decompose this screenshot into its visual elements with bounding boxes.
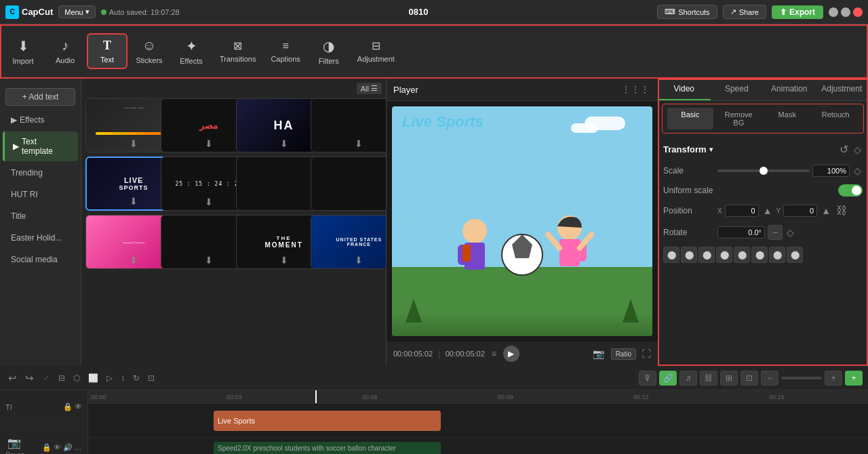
sidebar-item-easter[interactable]: Easter Holid... [3,228,78,248]
diamond-button[interactable]: ◇ [852,143,863,157]
player-menu-button[interactable]: ⋮⋮⋮ [620,83,651,96]
rotate-button[interactable]: ↻ [130,372,142,384]
x-stepper-up[interactable]: ▲ [762,204,774,218]
text-clip[interactable]: Live Sports [214,411,441,431]
toolbar-import[interactable]: ⬇ Import [3,34,43,69]
minimize-button[interactable] [829,7,838,17]
tab-adjustment[interactable]: Adjustment [816,79,869,100]
align-left[interactable]: ⬤ [663,247,679,263]
fullscreen-button[interactable]: ⛶ [642,348,651,359]
picture-in-picture[interactable]: ⊡ [741,371,758,386]
uniform-scale-toggle[interactable] [838,184,863,197]
music-button[interactable]: ♬ [679,371,697,386]
sidebar-item-title[interactable]: Title [3,206,78,226]
screenshot-button[interactable]: 📷 [591,347,606,360]
sidebar-item-social[interactable]: Social media [3,249,78,270]
scale-input[interactable] [812,165,850,177]
maximize-button[interactable] [841,7,850,17]
y-stepper-up[interactable]: ▲ [820,204,832,218]
flip-button[interactable]: ↕ [118,372,127,384]
eye-icon-v[interactable]: 👁 [54,443,61,452]
y-input[interactable] [783,205,817,217]
sub-tab-retouch[interactable]: Retouch [813,108,859,129]
share-button[interactable]: ↗ Share [723,5,766,19]
align-spread-h[interactable]: ⬤ [769,247,785,263]
box-button[interactable]: ⬜ [85,372,101,384]
sidebar-item-effects[interactable]: ▶ Effects [3,110,78,130]
tab-video[interactable]: Video [658,79,711,100]
align-right[interactable]: ⬤ [698,247,715,263]
toolbar-stickers[interactable]: ☺ Stickers [129,34,170,68]
align-center-h[interactable]: ⬤ [681,247,697,263]
x-input[interactable] [725,205,759,217]
crop-button[interactable]: ⊟ [56,372,68,384]
split2-button[interactable]: ⊞ [720,371,738,386]
cover-control: 📷 Cover [5,436,24,454]
rotate-row: Rotate − ◇ [663,225,863,240]
main-toolbar: ⬇ Import ♪ Audio T Text ☺ Stickers ✦ Eff… [0,24,868,79]
align-bottom[interactable]: ⬤ [751,247,768,263]
video-clip[interactable]: Speed2.0X preschool students with soccer… [214,442,441,454]
rotate-input[interactable] [717,226,765,239]
tree-left [406,299,422,323]
all-filter-button[interactable]: All ☰ [357,83,382,94]
mic-button[interactable]: 🎙 [639,371,656,386]
sidebar-item-hut-ri[interactable]: HUT RI [3,184,78,205]
crop2-button[interactable]: ⊡ [145,372,157,384]
playhead[interactable] [315,390,317,403]
scale-slider[interactable] [717,169,810,172]
lock-icon[interactable]: 🔒 [63,403,73,411]
menu-button[interactable]: Menu ▾ [58,5,96,18]
scale-diamond[interactable]: ◇ [852,164,863,178]
redo-button[interactable]: ↪ [22,371,37,386]
toolbar-text[interactable]: T Text [87,33,127,69]
tab-animation[interactable]: Animation [763,79,816,100]
add-text-button[interactable]: + Add text [5,88,75,106]
shortcuts-button[interactable]: ⌨ Shortcuts [657,5,717,19]
add-track-button[interactable]: + [845,371,863,386]
speed-button[interactable]: ▷ [104,372,115,384]
toolbar-transitions[interactable]: ⊠ Transitions [213,35,262,67]
sub-tab-removebg[interactable]: Remove BG [716,108,762,129]
align-top[interactable]: ⬤ [716,247,732,263]
rotate-stepper[interactable]: − [768,225,783,240]
sidebar-item-trending[interactable]: Trending [3,163,78,183]
plus-zoom[interactable]: + [825,371,842,386]
lock-icon-v[interactable]: 🔒 [42,443,52,452]
toolbar-effects[interactable]: ✦ Effects [171,34,212,69]
unlink-button[interactable]: ⛓ [700,371,717,386]
ratio-button[interactable]: Ratio [611,348,636,360]
audio-icon-v[interactable]: 🔊 [63,443,73,452]
sub-tab-mask[interactable]: Mask [764,108,810,129]
export-button[interactable]: ⬆ Export [772,5,823,19]
toolbar-filters[interactable]: ◑ Filters [309,34,349,69]
toolbar-adjustment[interactable]: ⊟ Adjustment [351,35,401,67]
timeline-view-button[interactable]: ≡ [490,348,498,360]
more-icon[interactable]: … [75,443,82,452]
play-button[interactable]: ▶ [503,346,519,362]
eye-icon[interactable]: 👁 [75,403,82,411]
sub-tab-basic[interactable]: Basic [667,108,713,129]
template-card[interactable] [311,157,386,211]
reset-button[interactable]: ↺ [838,142,850,157]
undo-button[interactable]: ↩ [5,371,20,386]
rotate-diamond[interactable]: ◇ [785,226,795,239]
text-track-controls: 🔒 👁 [63,403,82,411]
position-link[interactable]: ⛓ [835,203,848,218]
tab-speed[interactable]: Speed [711,79,764,100]
template-card[interactable]: UNITED STATES FRANCE ⬇ [311,215,386,269]
shield-button[interactable]: ⬡ [71,372,83,384]
toolbar-captions[interactable]: ≡ Captions [264,36,307,67]
close-button[interactable] [853,7,863,17]
split-button[interactable]: ⟋ [39,372,53,384]
timeline: ↩ ↪ ⟋ ⊟ ⬡ ⬜ ▷ ↕ ↻ ⊡ 🎙 🔗 ♬ ⛓ ⊞ ⊡ − + + [0,366,868,454]
minus-zoom[interactable]: − [761,371,778,386]
sidebar-item-text-template[interactable]: ▶ Text template [3,131,78,161]
template-card[interactable]: ⬇ [311,98,386,152]
cover-icon-button[interactable]: 📷 [7,436,21,449]
align-center-v[interactable]: ⬤ [734,247,750,263]
align-spread-v[interactable]: ⬤ [787,247,803,263]
toolbar-audio[interactable]: ♪ Audio [45,34,85,68]
zoom-slider[interactable] [781,377,822,379]
link-clip-button[interactable]: 🔗 [659,371,677,386]
